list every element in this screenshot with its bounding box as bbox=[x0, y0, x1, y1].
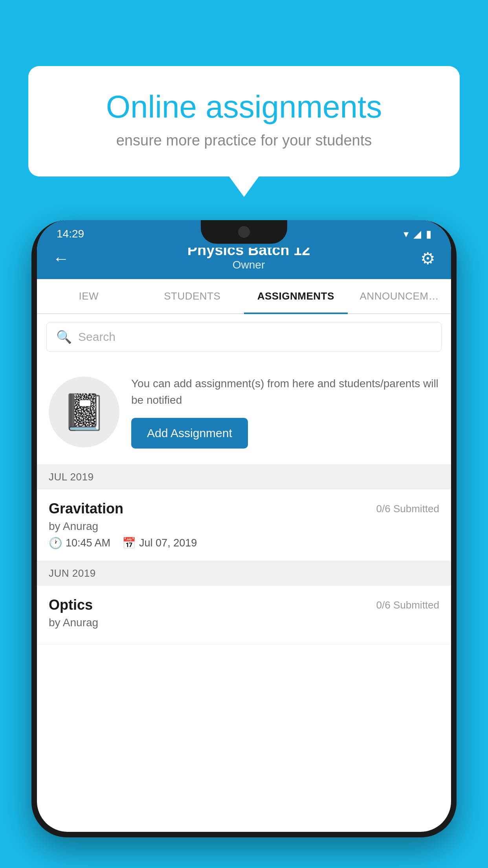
phone-frame: 14:29 ▾ ◢ ▮ ← Physics Batch 12 Owner ⚙ I… bbox=[31, 220, 457, 837]
status-time: 14:29 bbox=[57, 228, 84, 240]
search-placeholder: Search bbox=[78, 330, 116, 344]
header-subtitle: Owner bbox=[77, 259, 420, 271]
clock-icon: 🕐 bbox=[49, 537, 62, 550]
battery-icon: ▮ bbox=[426, 228, 431, 240]
settings-icon[interactable]: ⚙ bbox=[420, 249, 435, 271]
assignment-author-gravitation: by Anurag bbox=[49, 520, 439, 533]
add-assignment-button[interactable]: Add Assignment bbox=[131, 418, 248, 449]
notebook-icon: 📓 bbox=[62, 392, 106, 433]
search-icon: 🔍 bbox=[56, 329, 72, 344]
add-section-right: You can add assignment(s) from here and … bbox=[131, 375, 439, 449]
wifi-icon: ▾ bbox=[404, 228, 409, 240]
back-button[interactable]: ← bbox=[53, 249, 69, 271]
phone-notch bbox=[201, 220, 287, 244]
phone-camera bbox=[238, 226, 250, 238]
assignment-title-gravitation: Gravitation bbox=[49, 500, 123, 517]
add-assignment-section: 📓 You can add assignment(s) from here an… bbox=[37, 360, 451, 465]
section-header-jun2019: JUN 2019 bbox=[37, 561, 451, 586]
assignment-date-gravitation: 📅 Jul 07, 2019 bbox=[122, 537, 197, 550]
assignment-top-row-optics: Optics 0/6 Submitted bbox=[49, 597, 439, 613]
assignment-submitted-gravitation: 0/6 Submitted bbox=[376, 503, 439, 515]
assignment-title-optics: Optics bbox=[49, 597, 93, 613]
phone-wrapper: 14:29 ▾ ◢ ▮ ← Physics Batch 12 Owner ⚙ I… bbox=[31, 220, 457, 868]
tabs-bar: IEW STUDENTS ASSIGNMENTS ANNOUNCEM… bbox=[37, 279, 451, 314]
status-icons: ▾ ◢ ▮ bbox=[404, 228, 431, 240]
tab-assignments[interactable]: ASSIGNMENTS bbox=[244, 279, 348, 313]
tab-iew[interactable]: IEW bbox=[37, 279, 141, 313]
search-container: 🔍 Search bbox=[37, 314, 451, 360]
phone-screen: 14:29 ▾ ◢ ▮ ← Physics Batch 12 Owner ⚙ I… bbox=[37, 220, 451, 832]
tab-announcements[interactable]: ANNOUNCEM… bbox=[348, 279, 451, 313]
speech-bubble: Online assignments ensure more practice … bbox=[28, 66, 460, 177]
bubble-subtitle: ensure more practice for your students bbox=[56, 132, 432, 149]
calendar-icon: 📅 bbox=[122, 537, 136, 550]
search-bar[interactable]: 🔍 Search bbox=[46, 322, 442, 352]
assignment-submitted-optics: 0/6 Submitted bbox=[376, 599, 439, 611]
signal-icon: ◢ bbox=[413, 228, 421, 240]
notebook-icon-circle: 📓 bbox=[49, 377, 119, 447]
assignment-time-gravitation: 🕐 10:45 AM bbox=[49, 537, 110, 550]
assignment-meta-gravitation: 🕐 10:45 AM 📅 Jul 07, 2019 bbox=[49, 537, 439, 550]
assignment-author-optics: by Anurag bbox=[49, 616, 439, 629]
tab-students[interactable]: STUDENTS bbox=[141, 279, 244, 313]
add-section-description: You can add assignment(s) from here and … bbox=[131, 375, 439, 408]
bubble-title: Online assignments bbox=[56, 90, 432, 124]
section-header-jul2019: JUL 2019 bbox=[37, 465, 451, 489]
assignment-item-gravitation[interactable]: Gravitation 0/6 Submitted by Anurag 🕐 10… bbox=[37, 489, 451, 561]
assignment-item-optics[interactable]: Optics 0/6 Submitted by Anurag bbox=[37, 586, 451, 644]
assignment-top-row: Gravitation 0/6 Submitted bbox=[49, 500, 439, 517]
speech-bubble-wrapper: Online assignments ensure more practice … bbox=[28, 66, 460, 177]
